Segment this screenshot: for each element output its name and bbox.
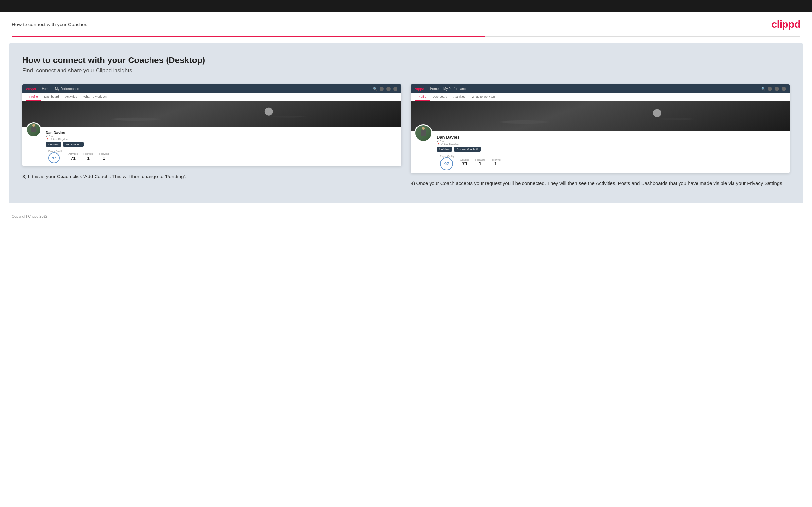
mockup2-role-check: ✓	[437, 139, 440, 143]
mockup2-role: ✓ Pro	[437, 139, 786, 143]
mockup1-stat-activities: Activities 71	[69, 153, 78, 161]
main-subheading: Find, connect and share your Clippd insi…	[22, 67, 790, 74]
mockup1-username: Dan Davies	[46, 131, 398, 135]
mockup-2: clippd Home My Performance 🔍 Profile	[411, 84, 790, 173]
mockup1-logo: clippd	[26, 87, 36, 91]
mockup1-tab-activities[interactable]: Activities	[62, 93, 81, 101]
mockup1-location: 📍 United Kingdom	[46, 137, 398, 140]
mockup2-avatar-head	[422, 127, 425, 130]
mockup1-nav-items: Home My Performance	[42, 87, 367, 91]
main-content: How to connect with your Coaches (Deskto…	[9, 44, 803, 203]
mockup2-tabs: Profile Dashboard Activities What To Wor…	[411, 93, 790, 101]
mockup2-logo: clippd	[414, 87, 424, 91]
mockup2-banner	[411, 101, 790, 131]
mockup2-avatar	[414, 124, 432, 142]
mockup2-followers-label: Followers	[475, 159, 485, 161]
mockup1-followers-label: Followers	[84, 153, 93, 155]
mockup2-remove-coach-button[interactable]: Remove Coach ✕	[454, 147, 480, 152]
mockup1-search-icon[interactable]: 🔍	[373, 87, 377, 91]
header: How to connect with your Coaches clippd	[0, 12, 812, 36]
caption-step3: 3) If this is your Coach click 'Add Coac…	[22, 173, 401, 180]
copyright-text: Copyright Clippd 2022	[12, 215, 47, 218]
mockup1-stat-followers: Followers 1	[84, 153, 93, 161]
mockup2-remove-icon: ✕	[476, 148, 478, 151]
caption-step4: 4) Once your Coach accepts your request …	[411, 179, 790, 187]
mockup2-tab-workOn[interactable]: What To Work On	[468, 93, 498, 101]
mockup2-avatar-wrapper	[414, 124, 432, 142]
mockup2-tab-dashboard[interactable]: Dashboard	[429, 93, 451, 101]
mockup1-add-icon: +	[80, 143, 81, 146]
header-divider	[12, 36, 800, 37]
mockup2-tab-activities[interactable]: Activities	[451, 93, 469, 101]
header-title: How to connect with your Coaches	[12, 21, 87, 27]
mockup2-search-icon[interactable]: 🔍	[761, 87, 765, 91]
mockup1-add-coach-button[interactable]: Add Coach +	[63, 142, 84, 147]
mockup2-quality-circle: 97	[440, 157, 453, 170]
mockup1-location-pin: 📍	[46, 137, 50, 140]
mockup2-avatar-body	[421, 130, 426, 136]
footer: Copyright Clippd 2022	[0, 210, 812, 223]
mockup1-settings-icon[interactable]	[386, 87, 391, 91]
mockup2-nav-icons: 🔍	[761, 87, 786, 91]
mockup2-username: Dan Davies	[437, 135, 786, 139]
mockup1-profile: Dan Davies ✓ Pro 📍 United Kingdom Unfoll…	[22, 127, 401, 150]
mockup1-stat-following: Following 1	[99, 153, 109, 161]
mockup2-profile: Dan Davies ✓ Pro 📍 United Kingdom Unfoll…	[411, 131, 790, 155]
mockup2-unfollow-button[interactable]: Unfollow	[437, 147, 452, 152]
top-bar	[0, 0, 812, 12]
mockup1-navbar: clippd Home My Performance 🔍	[22, 84, 401, 93]
mockup1-unfollow-button[interactable]: Unfollow	[46, 142, 61, 147]
mockup1-avatar-icon[interactable]	[393, 87, 398, 91]
mockup1-activities-label: Activities	[69, 153, 78, 155]
mockup1-following-value: 1	[103, 156, 105, 161]
screenshots-row: clippd Home My Performance 🔍 Profile	[22, 84, 790, 187]
mockup2-stats: Player Quality 97 Activities 71 Follower…	[411, 155, 790, 173]
mockup1-stat-quality: Player Quality 97	[48, 150, 63, 163]
mockup2-settings-icon[interactable]	[775, 87, 779, 91]
mockup2-activities-label: Activities	[460, 159, 469, 161]
mockup1-banner	[22, 101, 401, 127]
mockup1-tabs: Profile Dashboard Activities What To Wor…	[22, 93, 401, 101]
mockup1-activities-value: 71	[71, 156, 75, 161]
mockup2-nav-performance[interactable]: My Performance	[443, 87, 467, 91]
clippd-logo: clippd	[771, 18, 800, 31]
mockup1-followers-value: 1	[87, 156, 90, 161]
mockup1-tab-profile[interactable]: Profile	[26, 93, 41, 101]
mockup1-avatar-figure	[31, 124, 37, 136]
mockup2-remove-coach-label: Remove Coach	[457, 148, 475, 151]
mockup2-nav-home[interactable]: Home	[430, 87, 439, 91]
mockup1-nav-home[interactable]: Home	[42, 87, 50, 91]
mockup1-action-buttons: Unfollow Add Coach +	[46, 142, 398, 147]
mockup1-following-label: Following	[99, 153, 109, 155]
mockup1-tab-dashboard[interactable]: Dashboard	[41, 93, 62, 101]
mockup2-tab-profile[interactable]: Profile	[414, 93, 429, 101]
mockup2-following-label: Following	[491, 159, 501, 161]
mockup1-banner-image	[22, 101, 401, 127]
mockup2-user-info: Dan Davies ✓ Pro 📍 United Kingdom Unfoll…	[437, 133, 786, 152]
mockup1-add-coach-label: Add Coach	[66, 143, 79, 146]
mockup1-stats: Player Quality 97 Activities 71 Follower…	[22, 150, 401, 166]
mockup2-stat-followers: Followers 1	[475, 159, 485, 167]
mockup1-tab-workOn[interactable]: What To Work On	[80, 93, 110, 101]
right-column: clippd Home My Performance 🔍 Profile	[411, 84, 790, 187]
mockup1-location-label: United Kingdom	[50, 137, 68, 140]
mockup2-location: 📍 United Kingdom	[437, 143, 786, 146]
mockup2-nav-items: Home My Performance	[430, 87, 755, 91]
mockup1-nav-performance[interactable]: My Performance	[55, 87, 79, 91]
mockup1-quality-label: Player Quality	[48, 150, 63, 152]
mockup2-stat-quality: Player Quality 97	[440, 155, 454, 170]
mockup2-navbar: clippd Home My Performance 🔍	[411, 84, 790, 93]
mockup2-following-value: 1	[494, 161, 497, 166]
mockup2-location-label: United Kingdom	[441, 143, 459, 146]
mockup1-role-check: ✓	[46, 135, 49, 137]
main-heading: How to connect with your Coaches (Deskto…	[22, 55, 790, 65]
mockup2-stat-following: Following 1	[491, 159, 501, 167]
mockup2-followers-value: 1	[478, 161, 481, 166]
mockup2-user-icon[interactable]	[768, 87, 772, 91]
mockup1-user-icon[interactable]	[379, 87, 384, 91]
mockup2-action-buttons: Unfollow Remove Coach ✕	[437, 147, 786, 152]
mockup2-avatar-icon[interactable]	[781, 87, 786, 91]
mockup1-avatar-wrapper	[26, 122, 41, 137]
mockup1-avatar	[26, 122, 41, 137]
left-column: clippd Home My Performance 🔍 Profile	[22, 84, 401, 180]
